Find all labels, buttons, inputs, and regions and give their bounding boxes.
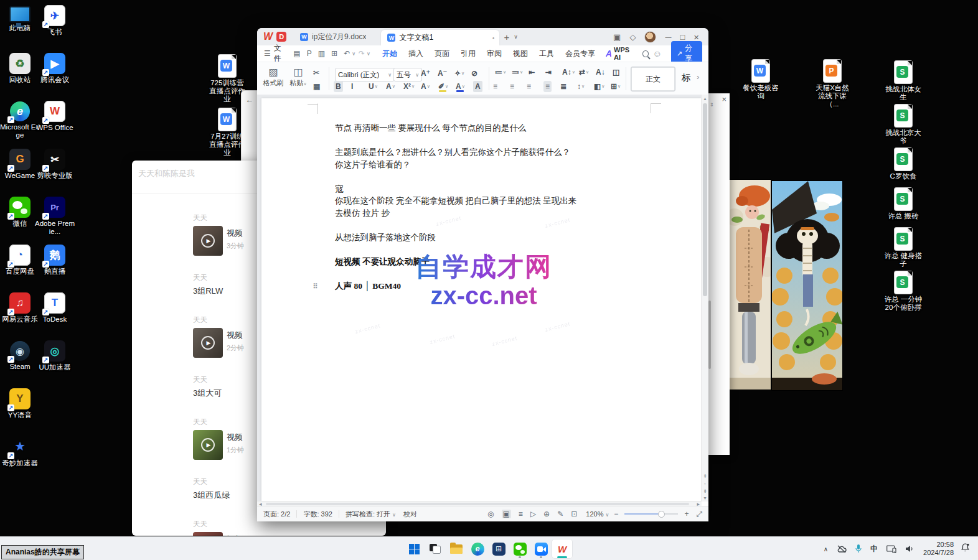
desktop-icon-wps-office[interactable]: W↗WPS Office [35, 101, 75, 132]
document-page[interactable]: 节点 再清晰一些 要展现什么 每个节点的目的是什么 主题到底是什么？想讲什么？别… [261, 98, 702, 502]
document-tab-1[interactable]: W ip定位7月9.docx [294, 29, 372, 44]
highlight-color-button[interactable]: ✐∨ [438, 81, 448, 92]
desktop-icon-microsoft-edge[interactable]: e↗Microsoft Edge [0, 101, 40, 139]
windows-taskbar[interactable]: e ⊞ W ∧ 中 20:58 2024/7/28 [0, 536, 978, 560]
doc-line[interactable] [335, 268, 679, 280]
copy-button[interactable]: ▦ [313, 81, 320, 92]
chat-video-message[interactable]: 天天▶视频2分钟56秒 [193, 520, 386, 536]
borders-button[interactable]: ⊞∨ [611, 81, 621, 92]
save-button[interactable]: ▤ [293, 49, 300, 58]
microsoft-store-button[interactable]: ⊞ [488, 539, 509, 559]
wps-ai-button[interactable]: A WPS AI [606, 46, 634, 61]
video-thumbnail[interactable]: ▶ [193, 328, 223, 358]
underline-button[interactable]: U∨ [369, 81, 378, 92]
distribute-button[interactable]: ≣ [560, 81, 567, 92]
system-tray[interactable]: ∧ 中 20:58 2024/7/28 [819, 537, 974, 560]
switch-window-icon[interactable]: ▣ [613, 32, 621, 42]
line-spacing-button[interactable]: ↕∨ [577, 81, 585, 92]
doc-line[interactable] [335, 170, 679, 183]
desktop-icon-e-zhibo[interactable]: 鹅↗鹅直播 [35, 245, 75, 276]
close-button[interactable]: × [694, 32, 699, 42]
doc-line[interactable] [335, 219, 679, 231]
desktop-icon-doc-restaurant[interactable]: W餐饮老板咨询 [741, 60, 781, 100]
scrollbar-thumb[interactable] [708, 301, 711, 369]
quick-access-toolbar[interactable]: ▤P▥⊞↶∨↷∨ [290, 49, 370, 58]
decrease-indent-button[interactable]: ⇤ [529, 67, 535, 78]
export-pdf-button[interactable]: P [307, 49, 312, 58]
zoom-slider-knob[interactable] [658, 511, 665, 518]
clear-formatting-button[interactable]: ⊘ [471, 68, 477, 79]
bullets-button[interactable]: ≔∨ [495, 67, 506, 78]
doc-line[interactable]: 你这片子给谁看的？ [335, 159, 679, 171]
wps-logo-icon[interactable]: W [263, 31, 273, 42]
bold-button[interactable]: B [334, 81, 343, 92]
video-thumbnail[interactable]: ▶ [193, 532, 223, 536]
justify-button[interactable]: ≡ [543, 81, 552, 92]
desktop-icon-qimiao-accelerator[interactable]: ★↗奇妙加速器 [0, 436, 40, 467]
page-view-button[interactable]: ▣ [502, 510, 511, 518]
font-color-button[interactable]: A∨ [456, 81, 465, 92]
ribbon-tab-home[interactable]: 开始 [382, 49, 397, 59]
tencent-meeting-taskbar-button[interactable] [530, 539, 552, 559]
zoom-slider[interactable] [624, 513, 678, 515]
wps-writer-window[interactable]: W D W ip定位7月9.docx W 文字文稿1 ● + ∨ ▣ ◇ — □… [257, 28, 708, 521]
desktop-icon-this-pc[interactable]: 此电脑 [0, 5, 40, 32]
ribbon-tab-3[interactable]: 引用 [461, 49, 476, 59]
minimize-button[interactable]: — [665, 34, 671, 40]
desktop-icon-wechat[interactable]: ↗微信 [0, 197, 40, 228]
doc-line[interactable]: 从想法到脑子落地这个阶段 [335, 231, 679, 244]
format-painter-button[interactable]: ▨ 格式刷 [261, 66, 285, 88]
ribbon-tab-strip[interactable]: 开始插入页面引用审阅视图工具会员专享 [377, 49, 601, 59]
desktop-icon-ppt-tianmao[interactable]: P天猫X自然流线下课（... [812, 60, 852, 108]
style-heading-partial[interactable]: 标 [682, 72, 691, 84]
ribbon-tab-1[interactable]: 插入 [408, 49, 423, 59]
web-view-button[interactable]: ⊕ [543, 510, 550, 518]
microphone-icon[interactable] [855, 544, 862, 553]
desktop-icon-uu-accelerator[interactable]: ◎↗UU加速器 [35, 340, 75, 371]
file-menu[interactable]: ☰ 文件 [264, 43, 285, 64]
desktop-icon-video-beiti-girl[interactable]: S挑战北体女生 [883, 61, 923, 101]
search-icon[interactable] [642, 50, 649, 57]
ribbon-tab-4[interactable]: 审阅 [487, 49, 502, 59]
doc-line[interactable]: 你现在这个阶段 完全不能拿短视频 把自己脑子里的想法 呈现出来 [335, 195, 679, 207]
view-mode-icons[interactable]: ◎▣≡▷⊕✎⊡ [484, 510, 581, 518]
increase-indent-button[interactable]: ⇥ [545, 67, 552, 78]
desktop-icon-video-xuzong-fuwocheng[interactable]: S许总 一分钟20个俯卧撑 [883, 271, 923, 312]
ribbon-tab-6[interactable]: 工具 [539, 49, 554, 59]
document-tab-2[interactable]: W 文字文稿1 ● [381, 30, 499, 45]
align-center-button[interactable]: ≡ [510, 81, 514, 92]
align-left-button[interactable]: ≡ [493, 81, 497, 92]
paste-button[interactable]: ◫ 粘贴∨ [286, 66, 310, 88]
wps-statusbar[interactable]: 页面: 2/2 字数: 392 拼写检查: 打开 ∨ 校对 ◎▣≡▷⊕✎⊡ 12… [257, 506, 708, 521]
doc-line[interactable]: ⠿人声 80 │ BGM40 [335, 280, 679, 292]
wechat-taskbar-button[interactable] [509, 539, 530, 559]
undo-button[interactable]: ↶ [344, 49, 350, 58]
style-gallery-more[interactable]: › [697, 72, 699, 82]
clock[interactable]: 20:58 2024/7/28 [923, 541, 954, 557]
close-icon[interactable]: × [722, 95, 726, 104]
ribbon-tab-5[interactable]: 视图 [513, 49, 528, 59]
page-next-icon[interactable]: ⇟ [702, 488, 708, 494]
vertical-scroll-thumb[interactable] [703, 103, 707, 296]
numbering-button[interactable]: ≕∨ [512, 67, 523, 78]
start-button[interactable] [403, 539, 425, 559]
browse-object-icon[interactable]: ◦ [702, 481, 708, 487]
decrease-font-size-button[interactable]: A⁻ [438, 68, 447, 79]
desktop-icon-video-xuzong-banzhuan[interactable]: S许总 搬砖 [883, 188, 923, 220]
maximize-button[interactable]: □ [680, 32, 685, 42]
character-shading-button[interactable]: A [473, 81, 482, 92]
page-prev-icon[interactable]: ⇞ [702, 474, 708, 479]
wps-taskbar-button[interactable]: W [552, 539, 573, 559]
doc-line[interactable]: 主题到底是什么？想讲什么？别人看完你这个片子能获得什么？ [335, 146, 679, 159]
increase-font-size-button[interactable]: A⁺ [421, 68, 430, 79]
doc-line[interactable]: 寇 [335, 183, 679, 195]
strikethrough-button[interactable]: A∨ [386, 81, 395, 92]
tab-list-caret-icon[interactable]: ∨ [514, 34, 518, 40]
read-mode-button[interactable]: ▷ [530, 510, 536, 518]
desktop-icon-steam[interactable]: ◉↗Steam [0, 340, 40, 371]
desktop-icon-yy-voice[interactable]: Y↗YY语音 [0, 388, 40, 419]
scroll-down-icon[interactable]: ▾ [702, 495, 708, 501]
docer-icon[interactable]: D [276, 32, 286, 42]
new-tab-button[interactable]: + [504, 32, 509, 42]
horizontal-scroll-thumb[interactable] [266, 503, 689, 505]
